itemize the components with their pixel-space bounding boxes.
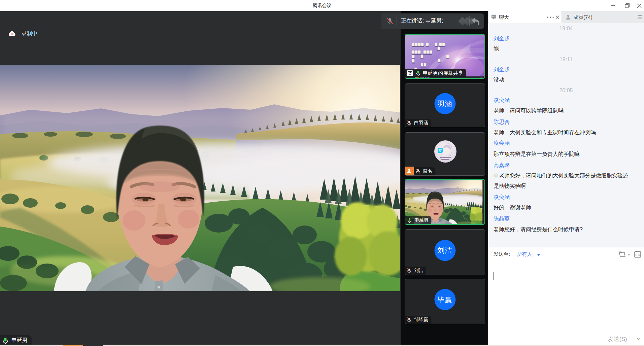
svg-text:支: 支 — [438, 148, 442, 152]
svg-text:公告: 公告 — [635, 253, 641, 256]
